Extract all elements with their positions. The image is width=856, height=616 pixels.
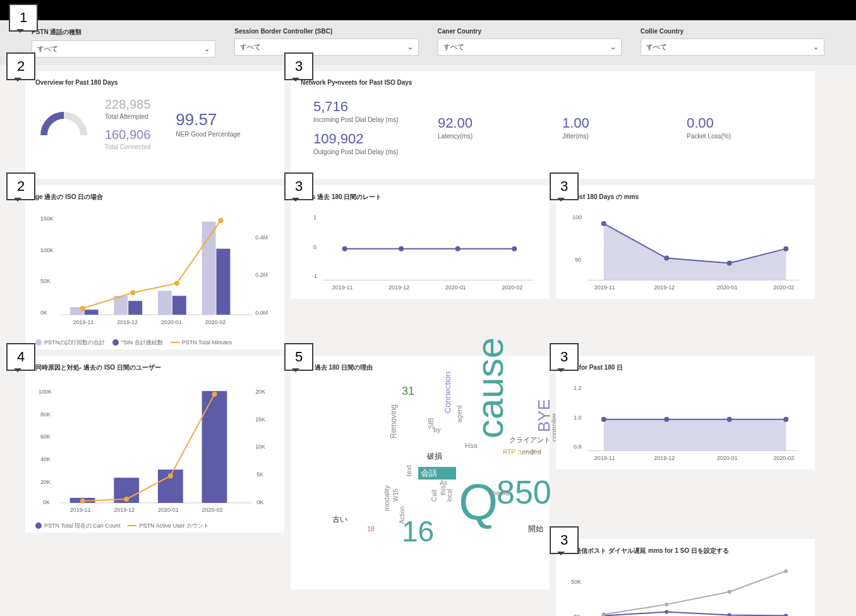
svg-text:100K: 100K <box>40 247 54 253</box>
wordcloud-word[interactable]: modality <box>383 485 390 511</box>
callout-3c: 3 <box>550 172 579 200</box>
filter-select[interactable]: すべて ⌄ <box>234 39 418 56</box>
kpi-label: Jitter(ms) <box>562 133 668 140</box>
wordcloud-word[interactable]: W15 <box>392 488 399 502</box>
usage-chart[interactable]: 150K 100K 50K 0K 0.4M 0.2M 0.0M 2019-11 … <box>35 208 274 334</box>
wordcloud-word[interactable]: Call <box>430 490 438 502</box>
callout-3b: 3 <box>284 172 313 200</box>
kpi-total-connected: 160,906 <box>105 128 150 142</box>
svg-point-67 <box>212 392 217 397</box>
svg-point-43 <box>783 246 788 251</box>
wordcloud-word[interactable]: media <box>490 489 509 497</box>
card-wordcloud: 5 End 過去 180 日間の理由 Qcause85016BYE31Conne… <box>291 356 550 589</box>
wordcloud-word[interactable]: agent <box>455 405 463 423</box>
filter-value: すべて <box>646 42 667 52</box>
svg-text:2019-12: 2019-12 <box>117 319 138 325</box>
wordcloud-word[interactable]: Connection <box>443 371 452 413</box>
svg-point-65 <box>124 497 129 502</box>
kpi-label: Total Attempted <box>105 113 150 120</box>
card-title: ig/ 発信ポスト ダイヤル遅延 mms for 1 SO 日を設定する <box>566 547 805 555</box>
svg-point-16 <box>80 306 85 311</box>
svg-text:2020-01: 2020-01 <box>445 284 466 291</box>
svg-text:2020-02: 2020-02 <box>202 507 223 513</box>
wordcloud-word[interactable]: Action <box>399 506 406 524</box>
dial-delay-chart[interactable]: 50K 0K 2019-11 2019-12 2020-01 2020-02 <box>566 562 805 616</box>
svg-text:50K: 50K <box>571 579 581 585</box>
svg-rect-11 <box>128 301 142 315</box>
svg-rect-10 <box>114 296 128 315</box>
wordcloud-word[interactable]: 31 <box>402 385 414 398</box>
kpi-label: Latency(ms) <box>438 133 543 140</box>
svg-text:0K: 0K <box>40 310 47 316</box>
svg-rect-14 <box>202 222 216 315</box>
top-bar <box>0 0 856 20</box>
latency-chart[interactable]: 100 90 2019-11 2019-12 2020-01 2020-02 <box>566 208 805 296</box>
svg-text:40K: 40K <box>40 456 51 462</box>
svg-text:20K: 20K <box>40 479 51 485</box>
svg-point-93 <box>665 603 668 607</box>
wordcloud-area[interactable]: Qcause85016BYE31ConnectionagentRemovingS… <box>301 378 540 555</box>
svg-point-18 <box>174 281 179 286</box>
wordcloud-word[interactable]: Hsa <box>465 442 478 449</box>
filter-sbc: Session Border Controller (SBC) すべて ⌄ <box>234 28 418 57</box>
wordcloud-word[interactable]: RTP ユーザー <box>503 448 542 457</box>
svg-text:2020-01: 2020-01 <box>158 507 179 513</box>
kpi-jitter: 1.00 <box>562 115 668 131</box>
kpi-latency: 92.00 <box>438 115 543 131</box>
wordcloud-word[interactable]: Removing <box>389 404 398 438</box>
svg-text:100: 100 <box>572 214 582 220</box>
svg-text:80K: 80K <box>40 411 51 418</box>
card-users: 4 同時原因と対処- 過去の ISO 日間のユーザー 100K 80K 60K … <box>25 356 284 533</box>
card-jitter: 3 ms) for Past 180 日 1.2 1.0 0.8 2019-11… <box>556 356 815 469</box>
kpi-label: Packet Loss(%) <box>687 133 792 140</box>
chevron-down-icon: ⌄ <box>610 43 616 51</box>
svg-rect-15 <box>216 249 230 315</box>
callout-2: 2 <box>6 52 35 80</box>
svg-point-95 <box>784 569 788 573</box>
callout-4: 4 <box>6 343 35 371</box>
wordcloud-word[interactable]: local <box>446 488 453 502</box>
wordcloud-word[interactable]: Q <box>459 473 498 531</box>
svg-point-29 <box>399 246 404 251</box>
card-packet-loss: 3 Loss 過去 180 日間のレート 1 0 -1 2019-11 2019… <box>291 185 550 299</box>
filter-bar: PSTN 通話の種類 すべて ⌄ Session Border Controll… <box>0 20 856 65</box>
filter-select[interactable]: すべて ⌄ <box>32 40 215 57</box>
svg-point-64 <box>80 498 85 504</box>
card-title: ms) for Past 180 日 <box>566 363 805 372</box>
jitter-chart[interactable]: 1.2 1.0 0.8 2019-11 2019-12 2020-01 2020… <box>566 378 805 466</box>
wordcloud-word[interactable]: by <box>433 426 441 433</box>
wordcloud-word[interactable]: クライアント <box>509 435 551 445</box>
svg-point-79 <box>727 417 732 422</box>
svg-text:2019-11: 2019-11 <box>594 284 615 291</box>
wordcloud-word[interactable]: 会話 <box>418 467 456 480</box>
callout-2b: 2 <box>6 172 35 200</box>
kpi-ner: 99.57 <box>176 110 240 130</box>
svg-text:100K: 100K <box>39 389 52 395</box>
card-title: ge 過去の ISO 日の場合 <box>35 193 274 202</box>
wordcloud-word[interactable]: 開始 <box>528 524 543 534</box>
users-chart[interactable]: 100K 80K 60K 40K 20K 0K 20K 15K 10K 5K 0… <box>35 378 274 517</box>
svg-text:0K: 0K <box>574 613 581 616</box>
wordcloud-word[interactable]: cause <box>468 337 512 438</box>
card-network-parameters: 3 Network Py•nveets for Past ISO Days 5,… <box>291 71 815 179</box>
svg-text:0.8: 0.8 <box>574 444 581 450</box>
filter-label: PSTN 通話の種類 <box>32 28 215 37</box>
card-usage: 2 ge 過去の ISO 日の場合 150K 100K 50K 0K 0.4M … <box>25 185 284 349</box>
wordcloud-word[interactable]: 18 <box>367 525 375 533</box>
svg-text:50K: 50K <box>40 278 51 284</box>
filter-caller-country: Caner Country すべて ⌄ <box>438 28 622 57</box>
svg-point-77 <box>601 417 606 422</box>
filter-select[interactable]: すべて ⌄ <box>438 39 622 56</box>
kpi-label: Outgoing Post Dial Delay (ms) <box>313 148 419 155</box>
svg-point-41 <box>664 256 669 261</box>
card-latency: 3 y Post 180 Days の mms 100 90 2019-11 2… <box>556 185 815 299</box>
filter-label: Collie Country <box>641 28 824 35</box>
wordcloud-word[interactable]: 古い <box>332 514 347 525</box>
filter-select[interactable]: すべて ⌄ <box>641 39 824 56</box>
wordcloud-word[interactable]: 16 <box>402 514 434 548</box>
wordcloud-word[interactable]: 破損 <box>427 451 442 462</box>
svg-rect-12 <box>158 291 172 315</box>
card-title: Network Py•nveets for Past ISO Days <box>301 79 805 86</box>
packet-loss-chart[interactable]: 1 0 -1 2019-11 2019-12 2020-01 2020-02 <box>301 208 540 296</box>
wordcloud-word[interactable]: text <box>405 465 413 476</box>
